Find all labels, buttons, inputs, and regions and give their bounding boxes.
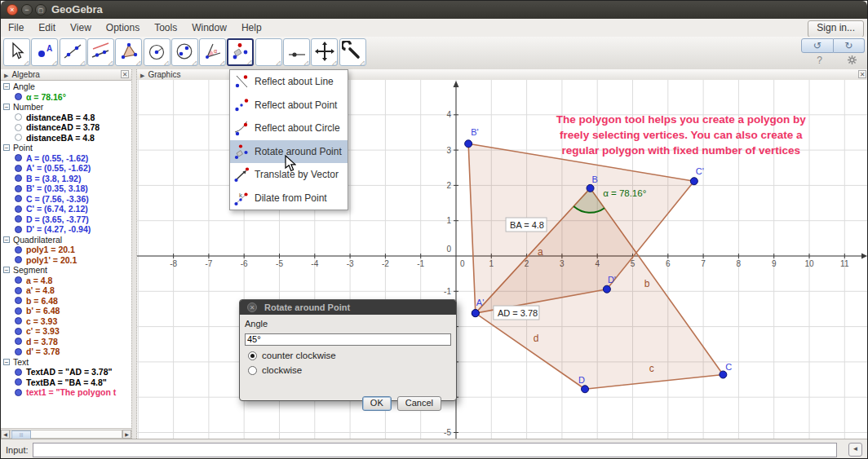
- radio-selected-icon[interactable]: [248, 351, 257, 360]
- visibility-marble-icon[interactable]: [15, 113, 22, 121]
- visibility-marble-icon[interactable]: [15, 226, 22, 233]
- command-input[interactable]: [33, 443, 837, 457]
- algebra-category-number[interactable]: −Number: [1, 102, 131, 113]
- menu-help[interactable]: Help: [241, 22, 262, 33]
- algebra-item[interactable]: TextBA = "BA = 4.8": [1, 377, 131, 388]
- visibility-marble-icon[interactable]: [15, 276, 22, 284]
- visibility-marble-icon[interactable]: [15, 93, 22, 100]
- tool-dropdown-arrow-icon[interactable]: ◿: [247, 59, 251, 65]
- visibility-marble-icon[interactable]: [15, 317, 22, 324]
- algebra-item[interactable]: poly1' = 20.1: [1, 255, 131, 266]
- visibility-marble-icon[interactable]: [15, 307, 22, 315]
- menu-view[interactable]: View: [70, 22, 91, 33]
- radio-unselected-icon[interactable]: [248, 366, 257, 375]
- algebra-item[interactable]: d' = 3.78: [1, 346, 131, 357]
- algebra-item[interactable]: distanceAD = 3.78: [1, 122, 131, 133]
- algebra-item[interactable]: a = 4.8: [1, 276, 131, 286]
- algebra-category-angle[interactable]: −Angle: [1, 82, 131, 92]
- menu-tools[interactable]: Tools: [154, 22, 177, 33]
- scroll-left-icon[interactable]: ◀: [1, 430, 10, 439]
- tool-dropdown-arrow-icon[interactable]: ◿: [220, 60, 224, 66]
- gear-icon[interactable]: [848, 55, 857, 64]
- algebra-item[interactable]: TextAD = "AD = 3.78": [1, 367, 131, 377]
- visibility-marble-icon[interactable]: [15, 215, 22, 223]
- tool-dropdown-arrow-icon[interactable]: ◿: [108, 60, 113, 66]
- circle-tool-button[interactable]: ◿: [144, 38, 170, 66]
- undo-icon[interactable]: ↺: [801, 38, 834, 53]
- input-help-icon[interactable]: ◄: [848, 443, 862, 457]
- algebra-item[interactable]: C' = (6.74, 2.12): [1, 204, 131, 214]
- panel-arrow-icon[interactable]: ▶: [4, 73, 8, 78]
- visibility-marble-icon[interactable]: [15, 154, 22, 161]
- radio-counter-clockwise[interactable]: counter clockwise: [248, 351, 451, 360]
- collapse-icon[interactable]: −: [3, 144, 10, 151]
- scroll-right-icon[interactable]: ▶: [122, 430, 131, 439]
- algebra-close-icon[interactable]: ✕: [121, 70, 129, 78]
- window-maximize-icon[interactable]: ▢: [35, 4, 46, 15]
- visibility-marble-icon[interactable]: [15, 174, 22, 182]
- graph-point[interactable]: [603, 285, 610, 293]
- algebra-category-point[interactable]: −Point: [1, 143, 131, 153]
- algebra-item[interactable]: c = 3.93: [1, 316, 131, 327]
- algebra-item[interactable]: a' = 4.8: [1, 285, 131, 296]
- menu-item-reflect-about-circle[interactable]: Reflect about Circle: [230, 117, 348, 140]
- graph-point[interactable]: [465, 140, 472, 148]
- tool-dropdown-arrow-icon[interactable]: ◿: [360, 60, 364, 66]
- menu-item-dilate-from-point[interactable]: kDilate from Point: [230, 187, 348, 210]
- sign-in-button[interactable]: Sign in...: [808, 20, 864, 38]
- ok-button[interactable]: OK: [362, 396, 392, 411]
- graph-point[interactable]: [587, 184, 594, 192]
- menu-item-reflect-about-point[interactable]: Reflect about Point: [230, 94, 348, 117]
- visibility-marble-icon[interactable]: [15, 185, 22, 192]
- algebra-item[interactable]: d = 3.78: [1, 337, 131, 347]
- algebra-item[interactable]: distanceBA = 4.8: [1, 133, 131, 143]
- menu-item-reflect-about-line[interactable]: Reflect about Line: [230, 70, 348, 94]
- tool-dropdown-arrow-icon[interactable]: ◿: [276, 60, 280, 66]
- redo-icon[interactable]: ↻: [834, 38, 866, 53]
- visibility-marble-icon[interactable]: [15, 124, 22, 131]
- algebra-header[interactable]: ▶Algebra ✕: [1, 69, 131, 81]
- graph-point[interactable]: [582, 386, 589, 393]
- algebra-item[interactable]: distanceAB = 4.8: [1, 113, 131, 123]
- panel-splitter[interactable]: [131, 69, 137, 439]
- special-line-tool-button[interactable]: ◿: [87, 38, 114, 66]
- tool-dropdown-arrow-icon[interactable]: ◿: [136, 60, 140, 66]
- conic-tool-button[interactable]: ◿: [171, 38, 198, 66]
- graph-point[interactable]: [472, 310, 479, 317]
- collapse-icon[interactable]: −: [3, 359, 10, 365]
- algebra-item[interactable]: b = 6.48: [1, 296, 131, 307]
- tool-dropdown-arrow-icon[interactable]: ◿: [164, 60, 168, 66]
- algebra-item[interactable]: D' = (4.27, -0.94): [1, 224, 131, 235]
- window-minimize-icon[interactable]: −: [21, 4, 33, 15]
- point-tool-button[interactable]: A◿: [31, 38, 58, 66]
- visibility-marble-icon[interactable]: [15, 338, 22, 345]
- tool-dropdown-arrow-icon[interactable]: ◿: [332, 60, 336, 66]
- move-view-tool-button[interactable]: ◿: [311, 38, 338, 66]
- move-tool-button[interactable]: ◿: [3, 38, 30, 66]
- algebra-item[interactable]: b' = 6.48: [1, 306, 131, 316]
- polygon-tool-button[interactable]: ◿: [115, 38, 142, 66]
- algebra-item[interactable]: B' = (0.35, 3.18): [1, 183, 131, 194]
- visibility-marble-icon[interactable]: [15, 134, 22, 141]
- algebra-item[interactable]: c' = 3.93: [1, 326, 131, 337]
- algebra-item[interactable]: A = (0.55, -1.62): [1, 153, 131, 164]
- algebra-item[interactable]: D = (3.65, -3.77): [1, 214, 131, 225]
- algebra-category-text[interactable]: −Text: [1, 357, 131, 368]
- visibility-marble-icon[interactable]: [15, 195, 22, 202]
- algebra-item[interactable]: α = 78.16°: [1, 92, 131, 103]
- visibility-marble-icon[interactable]: [15, 389, 22, 396]
- help-icon[interactable]: ?: [817, 55, 822, 66]
- visibility-marble-icon[interactable]: [15, 256, 22, 263]
- algebra-category-segment[interactable]: −Segment: [1, 265, 131, 276]
- dialog-title-bar[interactable]: ✕ Rotate around Point: [240, 300, 456, 315]
- visibility-marble-icon[interactable]: [15, 246, 22, 254]
- visibility-marble-icon[interactable]: [15, 165, 22, 172]
- cancel-button[interactable]: Cancel: [397, 396, 441, 411]
- visibility-marble-icon[interactable]: [15, 205, 22, 213]
- visibility-marble-icon[interactable]: [15, 378, 22, 386]
- panel-arrow-icon[interactable]: ▶: [140, 73, 144, 78]
- tool-dropdown-arrow-icon[interactable]: ◿: [304, 60, 308, 66]
- algebra-category-quadrilateral[interactable]: −Quadrilateral: [1, 235, 131, 245]
- algebra-item[interactable]: B = (3.8, 1.92): [1, 174, 131, 184]
- rotate-tool-button[interactable]: ◿: [227, 38, 254, 66]
